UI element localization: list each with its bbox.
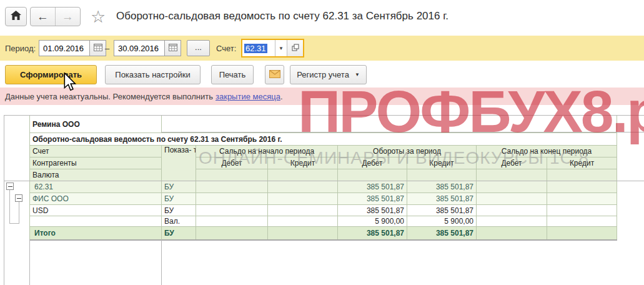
favorite-star-icon[interactable]: ☆ bbox=[91, 7, 106, 27]
cell-begin-debit bbox=[196, 227, 268, 240]
date-to-group: 30.09.2016 bbox=[114, 40, 181, 56]
cell-end-credit bbox=[547, 216, 617, 227]
column-header-account: Счет bbox=[30, 146, 162, 158]
column-header-currency: Валюта bbox=[30, 169, 162, 181]
table-row-counterparty: ФИС ООО БУ 385 501,87 385 501,87 bbox=[30, 193, 617, 205]
cell-end-credit bbox=[547, 181, 617, 193]
cell-turn-debit: 385 501,87 bbox=[338, 193, 407, 205]
chevron-down-icon: ▼ bbox=[279, 46, 284, 51]
history-nav-group: ← → bbox=[30, 7, 81, 26]
date-to-calendar-button[interactable] bbox=[164, 40, 181, 56]
print-button[interactable]: Печать bbox=[211, 65, 254, 84]
header-row-groups: Счет Показа- тели Сальдо на начало перио… bbox=[30, 146, 617, 158]
cell-account bbox=[30, 216, 162, 227]
column-header-indicators: Показа- тели bbox=[162, 146, 196, 181]
selected-text: 62.31 bbox=[244, 44, 267, 53]
generate-button[interactable]: Сформировать bbox=[5, 65, 97, 84]
cell-begin-debit bbox=[196, 181, 268, 193]
cell-end-credit bbox=[547, 205, 617, 216]
account-combo: 62.31 ▼ bbox=[241, 39, 304, 58]
tree-connector-line bbox=[9, 190, 10, 223]
account-dropdown-button[interactable]: ▼ bbox=[275, 40, 287, 56]
period-options-button[interactable]: ... bbox=[187, 40, 210, 56]
cell-turn-credit: 385 501,87 bbox=[407, 205, 477, 216]
warning-text: Данные учета неактуальны. Рекомендуется … bbox=[5, 92, 213, 101]
expand-collapse-counterparty-fis[interactable] bbox=[15, 194, 22, 202]
first-column-extension-line bbox=[161, 239, 162, 285]
column-header-debit: Дебет bbox=[338, 158, 407, 169]
header-bottom-line bbox=[4, 181, 644, 181]
table-row-account: 62.31 БУ 385 501,87 385 501,87 bbox=[30, 181, 617, 193]
chevron-down-icon: ▼ bbox=[355, 72, 360, 78]
report-window: ← → ☆ Оборотно-сальдовая ведомость по сч… bbox=[0, 0, 644, 285]
calendar-icon bbox=[169, 42, 177, 54]
cell-end-debit bbox=[477, 216, 547, 227]
home-icon bbox=[11, 11, 21, 22]
stale-data-warning: Данные учета неактуальны. Рекомендуется … bbox=[0, 88, 644, 105]
period-dash: – bbox=[105, 44, 109, 53]
register-menu-label: Регистр учета bbox=[297, 70, 349, 79]
column-group-begin-balance: Сальдо на начало периода bbox=[196, 146, 338, 158]
cell-begin-credit bbox=[268, 227, 338, 240]
cell-begin-debit bbox=[196, 205, 268, 216]
header-row-debit-credit: Контрагенты Дебет Кредит Дебет Кредит Де… bbox=[30, 158, 617, 169]
cell-end-debit bbox=[477, 227, 547, 240]
header-divider-line bbox=[161, 132, 644, 132]
page-title: Оборотно-сальдовая ведомость по счету 62… bbox=[116, 10, 448, 22]
company-row-filler bbox=[162, 116, 617, 133]
forward-button[interactable]: → bbox=[56, 8, 81, 26]
column-header-counterparties: Контрагенты bbox=[30, 158, 162, 169]
cell-begin-debit bbox=[196, 216, 268, 227]
company-row: Ремина ООО bbox=[30, 116, 617, 133]
cell-indicator: Вал. bbox=[162, 216, 196, 227]
column-group-turnover: Обороты за период bbox=[338, 146, 477, 158]
email-button[interactable] bbox=[265, 65, 284, 84]
account-open-button[interactable] bbox=[287, 40, 303, 56]
cell-turn-debit: 385 501,87 bbox=[338, 205, 407, 216]
cell-end-debit bbox=[477, 205, 547, 216]
tree-connector-line bbox=[9, 223, 19, 224]
show-settings-button[interactable]: Показать настройки bbox=[105, 65, 201, 84]
cell-begin-credit bbox=[268, 193, 338, 205]
period-label: Период: bbox=[5, 44, 36, 53]
cell-total-label: Итого bbox=[30, 227, 162, 240]
table-top-line bbox=[4, 115, 644, 116]
cell-account: USD bbox=[30, 205, 162, 216]
calendar-icon bbox=[94, 42, 102, 54]
date-from-input[interactable]: 01.09.2016 bbox=[39, 40, 89, 56]
cell-end-debit bbox=[477, 181, 547, 193]
expand-collapse-account-62-31[interactable] bbox=[6, 182, 14, 190]
date-to-input[interactable]: 30.09.2016 bbox=[114, 40, 164, 56]
register-menu-button[interactable]: Регистр учета ▼ bbox=[290, 65, 367, 84]
table-left-edge-line bbox=[4, 115, 4, 285]
account-input[interactable]: 62.31 bbox=[242, 40, 275, 56]
column-header-credit: Кредит bbox=[407, 158, 477, 169]
table-row-currency-bu: USD БУ 385 501,87 385 501,87 bbox=[30, 205, 617, 216]
cell-indicator: БУ bbox=[162, 181, 196, 193]
envelope-icon bbox=[269, 70, 280, 80]
back-button[interactable]: ← bbox=[31, 8, 56, 26]
cell-end-debit bbox=[477, 193, 547, 205]
cell-end-credit bbox=[547, 193, 617, 205]
table-row-currency-val: Вал. 5 900,00 5 900,00 bbox=[30, 216, 617, 227]
tree-connector-line bbox=[19, 202, 19, 223]
cell-begin-credit bbox=[268, 216, 338, 227]
cell-indicator: БУ bbox=[162, 193, 196, 205]
cell-account: ФИС ООО bbox=[30, 193, 162, 205]
date-from-calendar-button[interactable] bbox=[89, 40, 106, 56]
cell-turn-debit: 5 900,00 bbox=[338, 216, 407, 227]
cell-turn-credit: 5 900,00 bbox=[407, 216, 477, 227]
home-button[interactable] bbox=[5, 7, 27, 26]
cell-indicator: БУ bbox=[162, 227, 196, 240]
cell-turn-credit: 385 501,87 bbox=[407, 181, 477, 193]
column-header-debit: Дебет bbox=[477, 158, 547, 169]
gutter-right-extension-line bbox=[29, 239, 30, 285]
cell-account: 62.31 bbox=[30, 181, 162, 193]
date-from-group: 01.09.2016 bbox=[39, 40, 106, 56]
close-month-link[interactable]: закрытие месяца bbox=[215, 92, 280, 101]
column-group-end-balance: Сальдо на конец периода bbox=[477, 146, 617, 158]
header-row-currency: Валюта bbox=[30, 169, 617, 181]
report-title: Оборотно-сальдовая ведомость по счету 62… bbox=[30, 133, 617, 146]
report-table: Ремина ООО Оборотно-сальдовая ведомость … bbox=[29, 115, 617, 241]
column-header-debit: Дебет bbox=[196, 158, 268, 169]
